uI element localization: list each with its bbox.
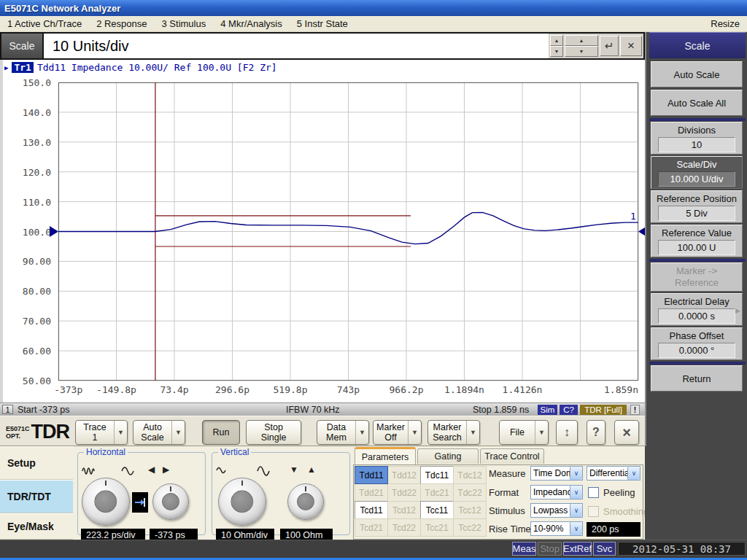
tab-eye-mask[interactable]: Eye/Mask [0, 513, 73, 540]
rise-time-dropdown[interactable]: 10-90% ∨ [530, 521, 583, 536]
file-button[interactable]: File ▼ [499, 420, 549, 445]
spinner-down-icon[interactable]: ▼ [565, 46, 598, 57]
chevron-down-icon[interactable]: ∨ [570, 486, 582, 499]
menu-item-active-ch-trace[interactable]: 1 Active Ch/Trace [0, 18, 89, 29]
rise-time-readout: 200 ps [587, 522, 640, 537]
enter-button[interactable]: ↵ [600, 36, 619, 56]
softkey-marker-to-reference: Marker -> Reference [651, 262, 743, 292]
close-app-button[interactable]: × [614, 420, 639, 445]
stop-single-button[interactable]: StopSingle [246, 420, 301, 445]
softkey-return[interactable]: Return [651, 365, 743, 392]
horizontal-scale-knob[interactable] [82, 478, 130, 526]
scale-entry-bar: Scale 10 Units/div ▲ ▼ ▲ ▼ ↵ × [0, 32, 645, 60]
checkbox-label: Smoothing [603, 506, 649, 517]
dropdown-arrow-icon[interactable]: ▼ [535, 421, 548, 444]
horizontal-position-knob[interactable] [152, 483, 189, 520]
format-label: Format [489, 487, 519, 498]
peeling-checkbox[interactable] [588, 487, 599, 498]
menu-item-instr-state[interactable]: 5 Instr State [290, 18, 355, 29]
button-label: Search [428, 432, 466, 443]
run-button[interactable]: Run [202, 420, 240, 445]
sparam-matrix: Tdd11 Tdd12 Tdc11 Tdc12 Tdd21 Tdd22 Tdc2… [355, 466, 486, 536]
marker-off-button[interactable]: MarkerOff ▼ [373, 420, 422, 445]
sparam-button-tcc11[interactable]: Tcc11 [420, 501, 454, 519]
marker-search-button[interactable]: MarkerSearch ▼ [427, 420, 480, 445]
menu-item-response[interactable]: 2 Response [89, 18, 154, 29]
button-label: Stop [247, 422, 301, 432]
format-dropdown[interactable]: Impedance ∨ [530, 485, 583, 499]
y-axis-labels: 150.0140.0130.0120.0110.0100.090.0080.00… [4, 82, 51, 381]
softkey-reference-value[interactable]: Reference Value 100.00 U [651, 225, 743, 257]
scale-value-input[interactable]: 10 Units/div [44, 34, 549, 58]
sparam-button-tdc22: Tdc22 [453, 483, 487, 502]
softkey-scale-div[interactable]: Scale/Div 10.000 U/div [651, 156, 743, 189]
coarse-step-spinner[interactable]: ▲ ▼ [565, 35, 598, 57]
x-tick-label: 1.4126n [503, 384, 543, 395]
tab-setup[interactable]: Setup [0, 446, 73, 480]
dropdown-arrow-icon[interactable]: ▼ [355, 421, 368, 444]
data-mem-button[interactable]: DataMem ▼ [317, 420, 369, 445]
position-mode-icon[interactable] [132, 492, 148, 513]
topology-dropdown[interactable]: Differentia ∨ [587, 466, 640, 481]
close-entry-button[interactable]: × [620, 36, 642, 56]
rise-time-label: Rise Time [489, 524, 531, 534]
stimulus-dropdown[interactable]: Lowpass S ∨ [530, 503, 583, 518]
sparam-button-tcd21: Tcd21 [355, 518, 388, 537]
button-label: Trace [76, 422, 114, 432]
window-title: E5071C Network Analyzer [4, 3, 120, 14]
tab-label: Setup [7, 457, 36, 469]
close-icon: × [627, 39, 635, 53]
menu-item-resize[interactable]: Resize [711, 18, 747, 29]
dropdown-value: Differentia [587, 467, 627, 480]
tab-label: Gating [435, 451, 462, 462]
softkey-divisions[interactable]: Divisions 10 [651, 122, 743, 155]
tab-tdr-tdt[interactable]: TDR/TDT [0, 480, 73, 513]
coarse-sweep-icon [81, 463, 96, 478]
measure-dropdown[interactable]: Time Doma ∨ [530, 466, 583, 481]
softkey-auto-scale[interactable]: Auto Scale [651, 61, 743, 88]
softkey-label: Phase Offset [670, 330, 724, 341]
chevron-down-icon[interactable]: ∨ [570, 467, 582, 480]
tab-gating[interactable]: Gating [417, 448, 479, 464]
vertical-position-knob[interactable] [287, 483, 324, 520]
trace-select-button[interactable]: Trace1 ▼ [75, 420, 128, 445]
sparam-button-tdd11[interactable]: Tdd11 [355, 466, 388, 484]
dropdown-arrow-icon[interactable]: ▼ [466, 421, 479, 444]
softkey-electrical-delay[interactable]: Electrical Delay 0.0000 s ▶ [651, 293, 743, 326]
title-bar: E5071C Network Analyzer [0, 0, 747, 16]
dropdown-arrow-icon[interactable]: ▼ [171, 421, 185, 444]
menu-item-stimulus[interactable]: 3 Stimulus [155, 18, 214, 29]
softkey-label: Scale/Div [677, 159, 717, 170]
auto-scale-button[interactable]: AutoScale ▼ [133, 420, 185, 445]
minimize-restore-button[interactable]: ↕ [556, 420, 578, 445]
tab-trace-control[interactable]: Trace Control [480, 448, 544, 464]
fine-step-spinner[interactable]: ▲ ▼ [550, 35, 563, 57]
help-button[interactable]: ? [587, 420, 605, 445]
sparam-button-tcd12: Tcd12 [387, 501, 421, 519]
button-label: Marker [428, 422, 466, 432]
x-tick-label: 73.4p [160, 384, 188, 395]
spinner-up-icon[interactable]: ▲ [550, 35, 563, 46]
tab-label: TDR/TDT [7, 491, 51, 502]
dropdown-arrow-icon[interactable]: ▼ [408, 421, 421, 444]
datetime-display: 2012-05-31 08:37 [618, 542, 746, 556]
sparam-button-tcd11[interactable]: Tcd11 [355, 501, 388, 519]
softkey-reference-position[interactable]: Reference Position 5 Div [651, 190, 743, 223]
spinner-down-icon[interactable]: ▼ [550, 46, 563, 57]
sparam-button-tdd22: Tdd22 [387, 483, 421, 502]
sparam-button-tdc11[interactable]: Tdc11 [420, 466, 454, 484]
meas-status: Meas [512, 542, 536, 556]
softkey-label: Return [682, 373, 711, 384]
softkey-auto-scale-all[interactable]: Auto Scale All [651, 90, 743, 116]
spinner-up-icon[interactable]: ▲ [565, 35, 598, 46]
dropdown-arrow-icon[interactable]: ▼ [114, 421, 127, 444]
chevron-down-icon[interactable]: ∨ [627, 467, 640, 480]
vertical-scale-knob[interactable] [218, 478, 266, 526]
chevron-down-icon[interactable]: ∨ [570, 522, 582, 535]
trace-tag[interactable]: Tr1 [12, 62, 33, 73]
button-label: Run [203, 427, 239, 438]
chevron-down-icon[interactable]: ∨ [570, 504, 582, 517]
tab-parameters[interactable]: Parameters [355, 447, 416, 464]
softkey-phase-offset[interactable]: Phase Offset 0.0000 ° [651, 327, 743, 360]
menu-item-mkr-analysis[interactable]: 4 Mkr/Analysis [213, 18, 290, 29]
